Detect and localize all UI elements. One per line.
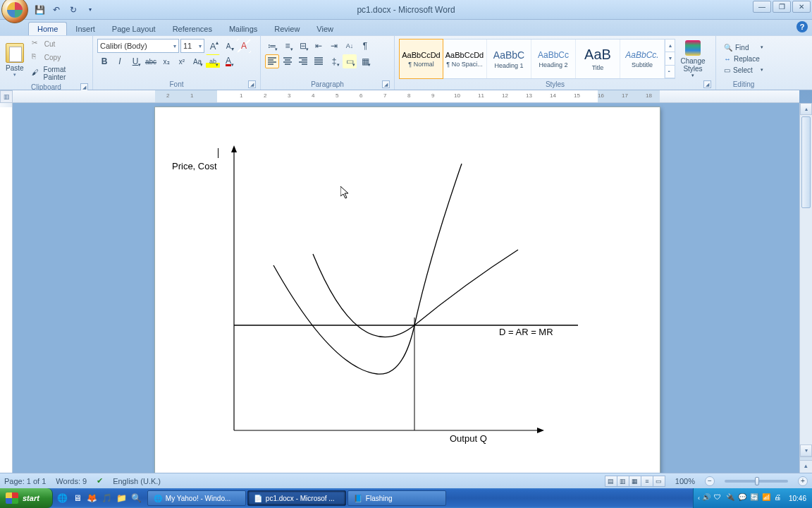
- justify-button[interactable]: [312, 54, 326, 68]
- line-spacing-button[interactable]: ‡▾: [327, 54, 341, 68]
- styles-launcher[interactable]: ◢: [703, 80, 711, 88]
- tab-references[interactable]: References: [164, 23, 221, 35]
- tray-icon-7[interactable]: 🖨: [774, 493, 784, 503]
- ql-app2-icon[interactable]: 🔍: [130, 491, 144, 505]
- zoom-slider[interactable]: [725, 480, 788, 483]
- prev-page-button[interactable]: ▴: [800, 461, 812, 470]
- align-center-button[interactable]: [281, 54, 295, 68]
- align-right-button[interactable]: [296, 54, 310, 68]
- shading-button[interactable]: ▭▾: [343, 54, 357, 68]
- select-button[interactable]: ▭Select▾: [722, 65, 765, 75]
- status-language[interactable]: English (U.K.): [113, 477, 161, 485]
- status-proof-icon[interactable]: ✔: [97, 476, 103, 485]
- redo-button[interactable]: ↻: [66, 3, 80, 17]
- style-subtitle[interactable]: AaBbCc.Subtitle: [620, 40, 665, 78]
- cut-button[interactable]: ✂Cut: [28, 37, 90, 50]
- scroll-down-button[interactable]: ▾: [800, 445, 812, 456]
- paste-button[interactable]: Paste ▾: [3, 37, 27, 83]
- highlight-button[interactable]: ab▾: [206, 54, 220, 68]
- tab-insert[interactable]: Insert: [67, 23, 104, 35]
- task-my-yahoo[interactable]: 🌐My Yahoo! - Windo...: [147, 490, 246, 506]
- tab-mailings[interactable]: Mailings: [221, 23, 266, 35]
- view-outline[interactable]: ≡: [641, 476, 653, 487]
- tray-icon-4[interactable]: 💬: [738, 493, 748, 503]
- view-web-layout[interactable]: ▦: [629, 476, 641, 487]
- clear-format-button[interactable]: A: [237, 39, 251, 53]
- font-launcher[interactable]: ◢: [248, 80, 256, 88]
- style-title[interactable]: AaBTitle: [576, 40, 620, 78]
- tray-clock[interactable]: 10:46: [789, 495, 806, 502]
- tab-review[interactable]: Review: [266, 23, 308, 35]
- style-no-spacing[interactable]: AaBbCcDd¶ No Spaci...: [443, 40, 487, 78]
- ql-app1-icon[interactable]: 📁: [115, 491, 129, 505]
- increase-indent-button[interactable]: ⇥: [327, 39, 341, 53]
- scroll-track[interactable]: [800, 115, 812, 445]
- italic-button[interactable]: I: [113, 54, 127, 68]
- zoom-handle[interactable]: [755, 477, 759, 485]
- view-full-screen[interactable]: ▥: [617, 476, 629, 487]
- tab-page-layout[interactable]: Page Layout: [104, 23, 164, 35]
- status-page[interactable]: Page: 1 of 1: [4, 477, 46, 485]
- view-print-layout[interactable]: ▤: [605, 476, 617, 487]
- tray-icon-2[interactable]: 🛡: [714, 493, 724, 503]
- start-button[interactable]: start: [0, 488, 53, 508]
- tray-icon-1[interactable]: 🔊: [702, 493, 712, 503]
- scrollbar-vertical[interactable]: ▴ ▾ ▴ ○ ▾: [799, 103, 812, 488]
- qat-customize[interactable]: ▾: [83, 3, 97, 17]
- page[interactable]: Price, Cost D = AR = MR Output Q: [155, 107, 660, 488]
- scroll-thumb[interactable]: [801, 116, 811, 208]
- ql-firefox-icon[interactable]: 🦊: [85, 491, 99, 505]
- tray-expand[interactable]: ‹: [698, 495, 700, 502]
- view-draft[interactable]: ▭: [653, 476, 665, 487]
- zoom-level[interactable]: 100%: [675, 477, 695, 485]
- strikethrough-button[interactable]: abc: [144, 54, 158, 68]
- maximize-button[interactable]: ❐: [773, 1, 791, 13]
- style-scroll-expand[interactable]: ╸: [665, 66, 675, 78]
- decrease-indent-button[interactable]: ⇤: [312, 39, 326, 53]
- subscript-button[interactable]: x₂: [159, 54, 173, 68]
- style-scroll-up[interactable]: ▴: [665, 40, 675, 52]
- style-scroll-down[interactable]: ▾: [665, 52, 675, 65]
- bold-button[interactable]: B: [97, 54, 111, 68]
- align-left-button[interactable]: [265, 54, 279, 68]
- undo-button[interactable]: ↶: [49, 3, 63, 17]
- task-flashing[interactable]: 📘Flashing: [347, 490, 446, 506]
- format-painter-button[interactable]: 🖌Format Painter: [28, 64, 90, 83]
- status-words[interactable]: Words: 9: [56, 477, 87, 485]
- ruler-horizontal[interactable]: 2 1 1 2 3 4 5 6 7 8 9 10 11 12 13 14 15 …: [13, 90, 799, 103]
- tab-view[interactable]: View: [308, 23, 342, 35]
- close-button[interactable]: ✕: [792, 1, 811, 13]
- style-normal[interactable]: AaBbCcDd¶ Normal: [399, 39, 443, 79]
- show-marks-button[interactable]: ¶: [358, 39, 372, 53]
- minimize-button[interactable]: —: [753, 1, 771, 13]
- replace-button[interactable]: ↔Replace: [722, 54, 765, 64]
- help-button[interactable]: ?: [796, 21, 808, 32]
- tray-icon-6[interactable]: 📶: [762, 493, 772, 503]
- zoom-out-button[interactable]: −: [705, 476, 715, 486]
- change-styles-button[interactable]: Change Styles▾: [677, 39, 709, 79]
- find-button[interactable]: 🔍Find▾: [722, 42, 765, 53]
- font-color-button[interactable]: A▾: [221, 54, 235, 68]
- copy-button[interactable]: ⎘Copy: [28, 51, 90, 64]
- ql-ie-icon[interactable]: 🌐: [56, 491, 70, 505]
- style-heading-1[interactable]: AaBbCHeading 1: [487, 40, 531, 78]
- ruler-corner[interactable]: ▥: [0, 90, 13, 103]
- ql-desktop-icon[interactable]: 🖥: [70, 491, 85, 505]
- shrink-font-button[interactable]: A▾: [221, 39, 235, 53]
- scroll-up-button[interactable]: ▴: [800, 103, 812, 115]
- multilevel-button[interactable]: ⊟▾: [296, 39, 310, 53]
- underline-button[interactable]: U▾: [128, 54, 142, 68]
- numbering-button[interactable]: ≡▾: [281, 39, 295, 53]
- tray-icon-3[interactable]: 🔌: [726, 493, 736, 503]
- grow-font-button[interactable]: A▴: [206, 39, 220, 53]
- paragraph-launcher[interactable]: ◢: [382, 80, 390, 88]
- change-case-button[interactable]: Aa▾: [190, 54, 204, 68]
- tray-icon-5[interactable]: 🔄: [750, 493, 760, 503]
- superscript-button[interactable]: x²: [175, 54, 189, 68]
- ruler-vertical[interactable]: [0, 103, 13, 488]
- borders-button[interactable]: ▦▾: [358, 54, 372, 68]
- style-heading-2[interactable]: AaBbCcHeading 2: [531, 40, 576, 78]
- ql-media-icon[interactable]: 🎵: [100, 491, 114, 505]
- bullets-button[interactable]: ≔▾: [265, 39, 279, 53]
- font-name-combo[interactable]: Calibri (Body)▾: [97, 39, 179, 53]
